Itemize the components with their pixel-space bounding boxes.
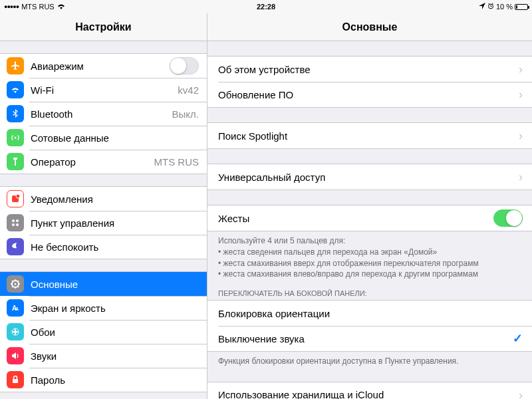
sidebar-item-value: kv42	[178, 84, 199, 96]
footer-line: • жеста сведения пальцев для перехода на…	[218, 247, 521, 258]
detail-row-label: Жесты	[218, 213, 493, 224]
alarm-icon	[487, 3, 494, 11]
sidebar-item-value: MTS RUS	[154, 156, 200, 168]
chevron-right-icon: ›	[519, 63, 523, 75]
svg-point-3	[16, 194, 20, 198]
svg-point-9	[15, 283, 17, 285]
wifi-status-icon	[57, 3, 65, 11]
sidebar-item-carrier[interactable]: Оператор MTS RUS	[0, 150, 207, 174]
detail-row-storage[interactable]: Использование хранилища и iCloud ›	[207, 382, 532, 399]
gestures-footer: Используйте 4 или 5 пальцев для: • жеста…	[207, 231, 532, 280]
airplane-icon	[7, 57, 24, 74]
sidebar-item-notifications[interactable]: Уведомления	[0, 187, 207, 211]
sidebar-item-label: Уведомления	[31, 194, 199, 205]
svg-point-7	[16, 223, 19, 226]
status-right: 10 %	[479, 3, 528, 11]
control-center-icon	[7, 214, 24, 231]
sidebar-group-network: Авиарежим Wi-Fi kv42 Bluetooth Выкл.	[0, 53, 207, 174]
sidebar-item-bluetooth[interactable]: Bluetooth Выкл.	[0, 102, 207, 126]
svg-point-4	[12, 219, 15, 222]
detail-row-label: Использование хранилища и iCloud	[218, 389, 515, 399]
general-icon	[7, 275, 24, 293]
signal-dots-icon: ●●●●●	[4, 3, 19, 10]
display-icon: AA	[7, 299, 24, 317]
passcode-icon	[7, 371, 24, 388]
location-icon	[479, 3, 485, 11]
status-bar: ●●●●● MTS RUS 22:28 10 %	[0, 0, 532, 13]
detail-group-accessibility: Универсальный доступ ›	[207, 164, 532, 190]
sidebar-item-dnd[interactable]: Не беспокоить	[0, 235, 207, 259]
detail-pane[interactable]: Основные Об этом устройстве › Обновление…	[207, 13, 532, 399]
sidebar-item-label: Звуки	[31, 350, 199, 362]
sidebar: Настройки Авиарежим Wi-Fi kv42	[0, 13, 207, 399]
sidebar-item-label: Пункт управления	[31, 217, 199, 229]
detail-row-label: Поиск Spotlight	[218, 130, 515, 142]
svg-point-6	[12, 223, 15, 226]
sidebar-item-label: Не беспокоить	[31, 241, 199, 253]
sidebar-item-control-center[interactable]: Пункт управления	[0, 211, 207, 235]
sidebar-group-general: Основные AA Экран и яркость Обои	[0, 271, 207, 392]
svg-point-1	[15, 137, 17, 139]
svg-text:A: A	[15, 307, 19, 311]
detail-row-label: Блокировка ориентации	[218, 308, 523, 319]
chevron-right-icon: ›	[519, 171, 523, 183]
sidebar-list[interactable]: Авиарежим Wi-Fi kv42 Bluetooth Выкл.	[0, 41, 207, 399]
status-left: ●●●●● MTS RUS	[4, 3, 65, 11]
sidebar-item-wifi[interactable]: Wi-Fi kv42	[0, 78, 207, 102]
gestures-toggle[interactable]	[493, 209, 523, 227]
sounds-icon	[7, 347, 24, 364]
battery-icon	[515, 4, 528, 10]
sidebar-item-general[interactable]: Основные	[0, 272, 207, 296]
cellular-icon	[7, 129, 24, 146]
footer-line: Используйте 4 или 5 пальцев для:	[218, 235, 521, 247]
detail-row-spotlight[interactable]: Поиск Spotlight ›	[207, 123, 532, 148]
detail-group-spotlight: Поиск Spotlight ›	[207, 122, 532, 149]
battery-percent: 10 %	[496, 3, 513, 11]
carrier-label: MTS RUS	[21, 3, 55, 11]
checkmark-icon: ✓	[513, 331, 523, 346]
svg-rect-14	[13, 379, 18, 383]
sidebar-item-sounds[interactable]: Звуки	[0, 344, 207, 368]
detail-row-about[interactable]: Об этом устройстве ›	[207, 57, 532, 82]
chevron-right-icon: ›	[519, 88, 523, 100]
sidebar-item-label: Пароль	[31, 374, 199, 386]
sidebar-item-label: Сотовые данные	[31, 132, 199, 144]
notifications-icon	[7, 190, 24, 207]
sidebar-item-passcode[interactable]: Пароль	[0, 368, 207, 392]
sidebar-item-value: Выкл.	[172, 108, 199, 120]
detail-group-side-switch: Блокировка ориентации Выключение звука ✓	[207, 300, 532, 352]
svg-point-5	[16, 219, 19, 222]
detail-row-label: Универсальный доступ	[218, 172, 515, 183]
bluetooth-icon	[7, 105, 24, 122]
footer-line: • жеста смахивания вверх для отображения…	[218, 258, 521, 269]
clock: 22:28	[257, 3, 275, 11]
sidebar-item-label: Оператор	[31, 156, 150, 168]
footer-line: • жеста смахивания влево/вправо для пере…	[218, 269, 521, 280]
sidebar-item-label: Основные	[31, 279, 199, 290]
detail-title: Основные	[207, 13, 532, 41]
detail-row-label: Об этом устройстве	[218, 64, 515, 75]
detail-row-mute[interactable]: Выключение звука ✓	[207, 326, 532, 351]
detail-row-software-update[interactable]: Обновление ПО ›	[207, 82, 532, 107]
detail-row-label: Выключение звука	[218, 333, 513, 344]
sidebar-item-display[interactable]: AA Экран и яркость	[0, 296, 207, 320]
wifi-icon	[7, 81, 24, 98]
sidebar-item-wallpaper[interactable]: Обои	[0, 320, 207, 344]
sidebar-item-label: Обои	[31, 327, 199, 338]
detail-group-storage: Использование хранилища и iCloud › Обнов…	[207, 382, 532, 399]
sidebar-item-airplane[interactable]: Авиарежим	[0, 54, 207, 78]
sidebar-item-label: Экран и яркость	[31, 303, 199, 314]
detail-row-gestures[interactable]: Жесты	[207, 205, 532, 231]
chevron-right-icon: ›	[519, 389, 523, 399]
wallpaper-icon	[7, 323, 24, 340]
detail-row-lock-rotation[interactable]: Блокировка ориентации	[207, 301, 532, 326]
carrier-icon	[7, 153, 24, 170]
dnd-icon	[7, 238, 24, 255]
side-switch-header: ПЕРЕКЛЮЧАТЕЛЬ НА БОКОВОЙ ПАНЕЛИ:	[207, 280, 532, 300]
sidebar-item-cellular[interactable]: Сотовые данные	[0, 126, 207, 150]
airplane-toggle[interactable]	[170, 57, 199, 74]
side-switch-footer: Функция блокировки ориентации доступна в…	[207, 352, 532, 367]
detail-row-accessibility[interactable]: Универсальный доступ ›	[207, 164, 532, 190]
sidebar-item-label: Bluetooth	[31, 108, 168, 120]
sidebar-group-alerts: Уведомления Пункт управления Не беспокои…	[0, 186, 207, 259]
